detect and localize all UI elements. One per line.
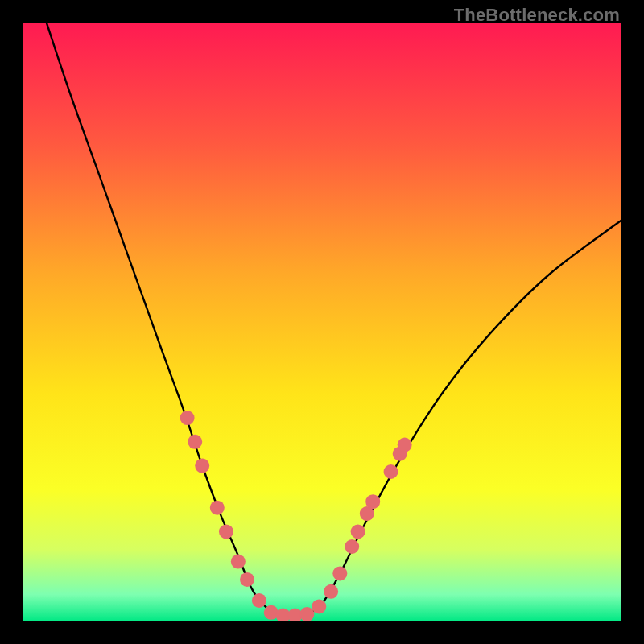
highlight-dot [240,572,254,587]
highlight-dot [351,524,365,539]
chart-overlay [23,23,621,621]
highlight-dot [210,501,225,515]
bottleneck-curve [47,23,621,617]
highlight-dot [252,593,266,608]
chart-stage: TheBottleneck.com [0,0,644,644]
highlight-dot [384,464,398,479]
highlight-dots [180,411,412,621]
highlight-dot [195,459,209,473]
highlight-dot [312,599,326,613]
highlight-dot [180,411,195,425]
highlight-dot [219,524,233,539]
highlight-dot [299,607,314,621]
highlight-dot [188,435,202,449]
highlight-dot [345,539,359,554]
plot-area [23,23,621,621]
watermark-text: TheBottleneck.com [454,5,620,26]
highlight-dot [332,566,347,580]
highlight-dot [365,494,380,509]
highlight-dot [398,438,412,452]
highlight-dot [231,555,246,569]
highlight-dot [324,584,338,599]
